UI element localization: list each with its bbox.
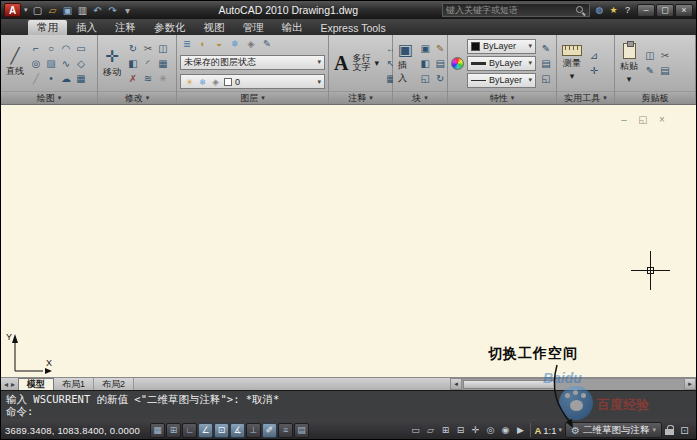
array-icon[interactable]: ▦	[156, 56, 170, 70]
paste-button[interactable]: 粘贴 ▾	[618, 43, 640, 84]
scroll-right-icon[interactable]: ▸	[684, 378, 696, 390]
trim-icon[interactable]: ✂	[141, 41, 155, 55]
ducs-mode-icon[interactable]: ⊥	[246, 423, 261, 438]
copy-icon[interactable]: ◫	[156, 41, 170, 55]
layer-isolate-icon[interactable]: ◒	[212, 37, 226, 50]
layer-freeze-icon[interactable]: ❄	[228, 37, 242, 50]
panel-annotation-title[interactable]: 注释 ▾	[329, 91, 392, 104]
doc-restore-button[interactable]: ◱	[637, 113, 649, 125]
layer-visibility-icon[interactable]: ☀	[184, 76, 195, 87]
doc-close-button[interactable]: ×	[656, 113, 668, 125]
explode-icon[interactable]: ✳	[156, 71, 170, 85]
create-block-icon[interactable]: ▣	[418, 41, 432, 55]
horizontal-scrollbar[interactable]: ◂ ▸	[450, 378, 696, 390]
panel-layers-title[interactable]: 图层 ▾	[177, 91, 328, 104]
mtext-caret-icon[interactable]: ▾	[374, 58, 379, 68]
pan-icon[interactable]: ✛	[468, 423, 482, 438]
erase-icon[interactable]: ✗	[126, 71, 140, 85]
panel-expand-icon[interactable]: ▾	[511, 94, 515, 102]
help-search-input[interactable]	[446, 5, 573, 15]
dropdown-caret-icon[interactable]: ▾	[528, 42, 532, 50]
offset-icon[interactable]: ≋	[141, 71, 155, 85]
panel-block-title[interactable]: 块 ▾	[393, 91, 447, 104]
help-search-box[interactable]	[442, 3, 590, 17]
layer-properties-icon[interactable]: ≣	[180, 37, 194, 50]
paste-caret-icon[interactable]: ▾	[627, 74, 632, 84]
command-prompt-line[interactable]: 命令:	[6, 405, 691, 417]
tab-output[interactable]: 输出	[273, 20, 312, 35]
communication-center-icon[interactable]: ◍	[593, 4, 606, 17]
layer-lock-icon[interactable]: ◈	[244, 37, 258, 50]
scale-caret-icon[interactable]: ▾	[559, 426, 563, 434]
rectangle-icon[interactable]: ▭	[74, 41, 88, 55]
panel-properties-title[interactable]: 特性 ▾	[448, 91, 556, 104]
polyline-icon[interactable]: ⌐	[29, 41, 43, 55]
undo-icon[interactable]: ↶	[91, 3, 105, 17]
steering-wheel-icon[interactable]: ◉	[498, 423, 512, 438]
hatch-icon[interactable]: ▨	[44, 56, 58, 70]
layer-freeze-toggle-icon[interactable]: ❄	[197, 76, 208, 87]
polar-mode-icon[interactable]: ∠	[198, 423, 213, 438]
spline-icon[interactable]: ∿	[59, 56, 73, 70]
layer-match-icon[interactable]: ✎	[260, 37, 274, 50]
new-file-icon[interactable]: ▢	[31, 3, 45, 17]
layout-space-icon[interactable]: ▱	[423, 423, 437, 438]
tab-insert[interactable]: 插入	[67, 20, 106, 35]
layer-state-dropdown[interactable]: 未保存的图层状态 ▾	[180, 55, 325, 70]
workspace-switch-button[interactable]: ⚙ 二维草图与注释 ▾	[565, 422, 662, 438]
close-button[interactable]: ×	[675, 4, 693, 17]
dropdown-caret-icon[interactable]: ▾	[317, 58, 321, 66]
panel-draw-title[interactable]: 绘图 ▾	[1, 91, 97, 104]
dropdown-caret-icon[interactable]: ▾	[528, 76, 532, 84]
workspace-caret-icon[interactable]: ▾	[652, 426, 656, 434]
tab-express-tools[interactable]: Express Tools	[312, 20, 395, 35]
tab-annotate[interactable]: 注释	[106, 20, 145, 35]
revision-cloud-icon[interactable]: ☁	[59, 71, 73, 85]
measure-button[interactable]: 测量 ▾	[560, 45, 584, 81]
mtext-button[interactable]: A 多行文字 ▾	[332, 53, 381, 73]
quickview-layouts-icon[interactable]: ⊞	[438, 423, 452, 438]
paste-special-icon[interactable]: ▤	[658, 64, 672, 78]
block-editor-icon[interactable]: ◱	[418, 71, 432, 85]
sync-attributes-icon[interactable]: ↻	[433, 71, 447, 85]
prev-tab-icon[interactable]: ◂	[4, 380, 8, 389]
panel-expand-icon[interactable]: ▾	[369, 94, 373, 102]
match-properties-icon[interactable]: ✎	[539, 41, 553, 55]
help-icon[interactable]: ?	[621, 4, 634, 17]
panel-utilities-title[interactable]: 实用工具 ▾	[557, 91, 614, 104]
tab-layout2[interactable]: 布局2	[94, 378, 134, 390]
polygon-icon[interactable]: ◇	[74, 56, 88, 70]
panel-clipboard-title[interactable]: 剪贴板	[615, 91, 695, 104]
properties-dialog-icon[interactable]: ◱	[539, 71, 553, 85]
qat-dropdown-icon[interactable]: ▾	[121, 3, 135, 17]
insert-block-button[interactable]: ▣ 插入	[396, 41, 415, 85]
show-motion-icon[interactable]: ▶	[513, 423, 527, 438]
object-color-dropdown[interactable]: ByLayer ▾	[467, 39, 536, 54]
dropdown-caret-icon[interactable]: ▾	[317, 78, 321, 86]
panel-expand-icon[interactable]: ▾	[146, 94, 150, 102]
match-properties-clip-icon[interactable]: ✎	[643, 64, 657, 78]
app-menu-button[interactable]: A	[4, 3, 21, 17]
ellipse-icon[interactable]: ◎	[29, 56, 43, 70]
panel-expand-icon[interactable]: ▾	[603, 94, 607, 102]
copy-clip-icon[interactable]: ◫	[643, 49, 657, 63]
tab-manage[interactable]: 管理	[234, 20, 273, 35]
panel-expand-icon[interactable]: ▾	[261, 94, 265, 102]
tab-layout1[interactable]: 布局1	[54, 378, 94, 390]
scroll-left-icon[interactable]: ◂	[450, 378, 462, 390]
rotate-icon[interactable]: ↻	[126, 41, 140, 55]
doc-minimize-button[interactable]: –	[618, 113, 630, 125]
manage-attributes-icon[interactable]: ▤	[433, 56, 447, 70]
id-point-icon[interactable]: ✛	[587, 64, 601, 78]
fullscreen-icon[interactable]: ⊡	[677, 423, 692, 438]
mirror-icon[interactable]: ◧	[126, 56, 140, 70]
edit-block-icon[interactable]: ✎	[433, 41, 447, 55]
tab-view[interactable]: 视图	[195, 20, 234, 35]
favorites-star-icon[interactable]: ★	[607, 4, 620, 17]
minimize-button[interactable]: –	[637, 4, 655, 17]
tab-model[interactable]: 模型	[18, 378, 54, 390]
construction-line-icon[interactable]: ╱	[29, 71, 43, 85]
circle-icon[interactable]: ○	[44, 41, 58, 55]
line-button[interactable]: ╱ 直线	[4, 48, 26, 78]
osnap-mode-icon[interactable]: ⊡	[214, 423, 229, 438]
